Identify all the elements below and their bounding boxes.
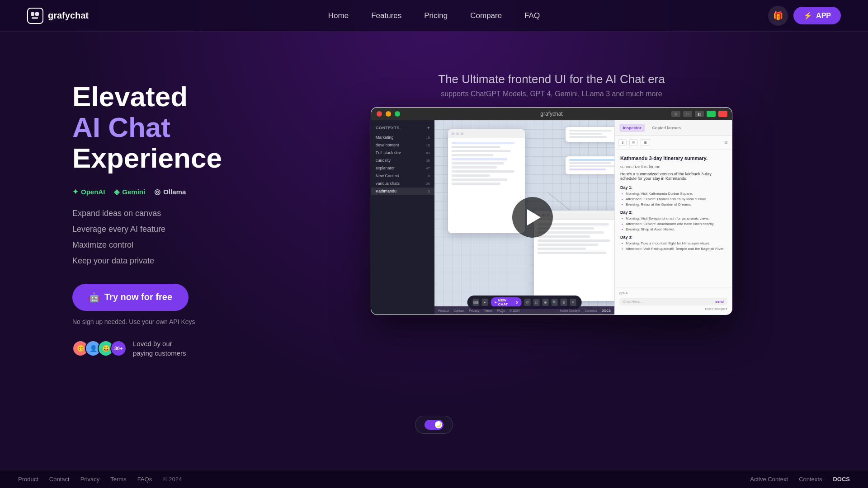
app-button[interactable]: ⚡ APP (793, 7, 841, 24)
toolbar-icon-6[interactable]: 🔍 (552, 299, 558, 306)
sidebar-item-explanator[interactable]: explanator 47 (371, 164, 434, 172)
toolbar-icon-7[interactable]: ⊗ (561, 299, 567, 306)
footer-right: Active Context Contexts DOCS (750, 476, 850, 483)
gemini-icon: ◈ (114, 188, 119, 196)
nav-faq[interactable]: FAQ (524, 11, 540, 20)
inspector-footer: gpt-4 Chat Here... send Hide Pinstripe ▾ (615, 287, 732, 314)
insp-action-copy[interactable]: ⎘ (629, 139, 638, 146)
sidebar-item-curiosity[interactable]: curiosity 38 (371, 157, 434, 164)
toolbar-icon-5[interactable]: ⊕ (542, 299, 549, 306)
cta-icon: 🤖 (89, 292, 100, 303)
toolbar-icon-3[interactable]: ↺ (524, 299, 530, 306)
canvas-footer-bar: Product Contact Privacy Terms FAQs © 202… (434, 306, 614, 314)
toolbar-icon-8[interactable]: ≡ (570, 299, 576, 306)
inspector-body: Kathmandu 3-day itinerary summary. summa… (615, 150, 732, 287)
feature-1: Expand ideas on canvas (72, 209, 262, 218)
ai-logos: ✦ OpenAI ◈ Gemini ◎ Ollama (72, 188, 262, 196)
inspector-tab-main[interactable]: Inspector (619, 124, 645, 132)
send-button[interactable]: send (715, 300, 724, 304)
footer-product[interactable]: Product (18, 476, 38, 483)
footer-copyright: © 2024 (163, 476, 182, 483)
app-body: CONTEXTS + Marketing 16 development 18 F… (371, 120, 732, 314)
svg-rect-0 (31, 12, 34, 16)
sidebar-item-marketing[interactable]: Marketing 16 (371, 134, 434, 141)
inspector-tab-latex[interactable]: Copied latexes (649, 124, 685, 132)
svg-rect-1 (35, 12, 39, 16)
titlebar-maximize[interactable] (395, 111, 400, 117)
ctrl-1: ⊞ (671, 111, 680, 117)
app-canvas: ⌨ ✦ + NEW CHAT 5 ↺ □ ⊕ 🔍 ⊗ ≡ (434, 120, 614, 314)
hero-left: Elevated AI Chat Experience ✦ OpenAI ◈ G… (72, 68, 262, 358)
footer-links: Product Contact Privacy Terms FAQs © 202… (18, 476, 182, 483)
app-screenshot: grafychat ⊞ □ ◧ CONTEXTS + (371, 107, 732, 315)
feature-4: Keep your data private (72, 256, 262, 266)
openai-icon: ✦ (72, 188, 78, 196)
mini-chat-2 (566, 156, 614, 174)
ctrl-2: □ (683, 111, 692, 117)
inspector-close-btn[interactable]: ✕ (724, 140, 728, 146)
titlebar-controls: ⊞ □ ◧ (671, 111, 727, 117)
nav-links: Home Features Pricing Compare FAQ (328, 11, 540, 20)
gift-button[interactable]: 🎁 (768, 6, 788, 26)
chat-input[interactable]: Chat Here... send (619, 298, 727, 305)
app-titlebar: grafychat ⊞ □ ◧ (371, 108, 732, 120)
footer-privacy[interactable]: Privacy (80, 476, 100, 483)
nav-features[interactable]: Features (371, 11, 401, 20)
sidebar-item-new-context[interactable]: New Context 0 (371, 172, 434, 180)
toolbar-icon-2[interactable]: ✦ (482, 299, 488, 306)
footer-contact[interactable]: Contact (49, 476, 70, 483)
chat-card-header (448, 129, 525, 138)
feature-3: Maximize control (72, 240, 262, 250)
brand-logo[interactable]: grafychat (27, 8, 89, 24)
navbar: grafychat Home Features Pricing Compare … (0, 0, 868, 32)
proof-text: Loved by our paying customers (133, 339, 186, 358)
nav-actions: 🎁 ⚡ APP (768, 6, 841, 26)
toggle-thumb: 🌙 (435, 421, 442, 428)
sidebar-item-kathmandu[interactable]: Kathmandu 5 (371, 188, 434, 195)
footer-active-context[interactable]: Active Context (750, 476, 788, 483)
footer-contexts[interactable]: Contexts (799, 476, 822, 483)
play-triangle-icon (527, 209, 541, 225)
app-icon: ⚡ (803, 11, 812, 20)
play-button[interactable] (512, 197, 553, 238)
sidebar-item-development[interactable]: development 18 (371, 141, 434, 149)
inspector-actions: 3 ⎘ ⊞ ✕ (615, 136, 732, 150)
sidebar-add-btn[interactable]: + (427, 126, 430, 130)
dark-mode-toggle[interactable]: 🌙 (415, 416, 453, 434)
ctrl-3: ◧ (695, 111, 704, 117)
toolbar-icon-4[interactable]: □ (533, 299, 539, 306)
nav-compare[interactable]: Compare (470, 11, 502, 20)
app-btn-label: APP (816, 12, 831, 20)
app-sidebar: CONTEXTS + Marketing 16 development 18 F… (371, 120, 434, 314)
openai-logo: ✦ OpenAI (72, 188, 105, 196)
hide-pinstripe[interactable]: Hide Pinstripe ▾ (619, 307, 727, 311)
sidebar-header: CONTEXTS + (371, 124, 434, 134)
cta-note: No sign up needed. Use your own API Keys (72, 318, 262, 325)
social-proof: 😊 👤 😄 30+ Loved by our paying customers (72, 339, 262, 358)
cta-label: Try now for free (104, 292, 172, 302)
insp-action-1[interactable]: 3 (618, 139, 627, 146)
feature-2: Leverage every AI feature (72, 225, 262, 234)
avatar-count: 30+ (110, 340, 127, 357)
sidebar-item-various[interactable]: various chats 26 (371, 180, 434, 188)
gemini-logo: ◈ Gemini (114, 188, 145, 196)
footer-terms[interactable]: Terms (110, 476, 126, 483)
footer-docs[interactable]: DOCS (833, 476, 850, 483)
insp-action-grid[interactable]: ⊞ (641, 139, 650, 146)
user-avatars: 😊 👤 😄 30+ (72, 340, 127, 357)
footer-faqs[interactable]: FAQs (137, 476, 152, 483)
toolbar-new-chat[interactable]: + NEW CHAT 5 (491, 297, 521, 307)
toggle-track: 🌙 (425, 420, 443, 430)
titlebar-logo-text: grafychat (540, 111, 562, 117)
nav-home[interactable]: Home (328, 11, 349, 20)
toolbar-icon-1[interactable]: ⌨ (473, 299, 479, 306)
cta-button[interactable]: 🤖 Try now for free (72, 284, 189, 311)
sidebar-item-fullstack[interactable]: Full-stack dev 83 (371, 149, 434, 157)
titlebar-close[interactable] (377, 111, 382, 117)
titlebar-minimize[interactable] (386, 111, 391, 117)
app-inspector: Inspector Copied latexes 3 ⎘ ⊞ ✕ Kathman… (614, 120, 732, 314)
hero-subtitle: The Ultimate frontend UI for the AI Chat… (438, 72, 665, 98)
nav-pricing[interactable]: Pricing (424, 11, 448, 20)
hero-right: The Ultimate frontend UI for the AI Chat… (289, 68, 814, 315)
hero-features: Expand ideas on canvas Leverage every AI… (72, 209, 262, 266)
